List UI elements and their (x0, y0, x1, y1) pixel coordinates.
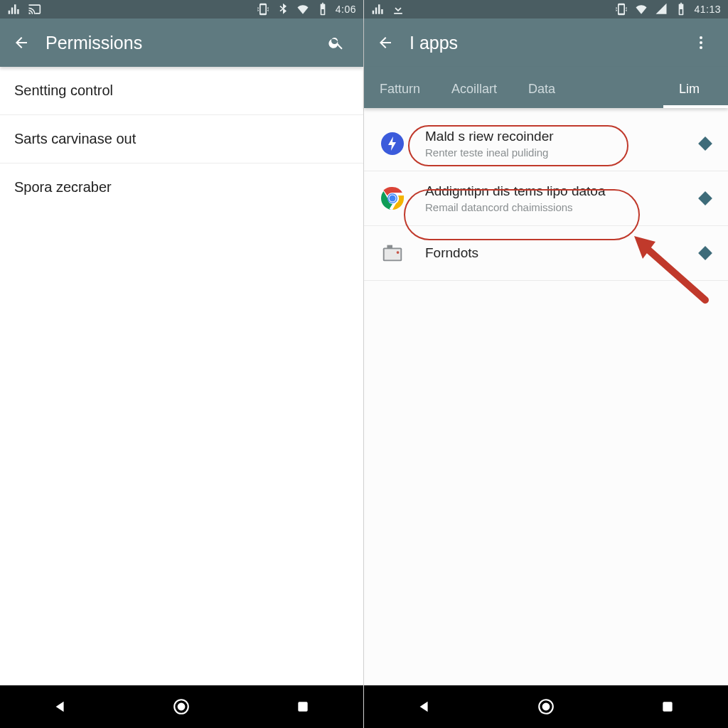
list-item-label: Spora zecraber (14, 179, 112, 195)
battery-icon (316, 2, 330, 16)
tab-bar: Fatturn Acoillart Data Lim (364, 67, 728, 108)
signal-2-icon (654, 2, 668, 16)
svg-point-16 (543, 704, 550, 710)
permission-list: Sentting control Sarts carvinase out Spo… (0, 67, 363, 211)
app-title: Forndots (425, 245, 695, 261)
app-list: Mald s riew recoinder Renter teste ineal… (364, 108, 728, 281)
status-time: 4:06 (336, 4, 356, 15)
svg-point-4 (700, 41, 702, 44)
svg-rect-17 (663, 702, 672, 711)
list-item-label: Sarts carvinase out (14, 131, 136, 146)
list-item[interactable]: Spora zecraber (0, 164, 363, 211)
page-title: I apps (410, 33, 684, 53)
vibrate-icon (614, 2, 628, 16)
app-title: Mald s riew recoinder (425, 129, 695, 144)
nav-back-button[interactable] (390, 690, 459, 724)
tab-label: Fatturn (380, 82, 420, 96)
svg-point-1 (178, 704, 185, 710)
app-row[interactable]: Forndots (364, 226, 728, 281)
app-row[interactable]: Mald s riew recoinder Renter teste ineal… (364, 117, 728, 171)
chrome-icon (377, 183, 408, 214)
battery-icon (674, 2, 688, 16)
row-indicator-icon (695, 248, 715, 258)
app-bar: Permissions (0, 18, 363, 67)
svg-point-5 (700, 46, 702, 49)
nav-recent-button[interactable] (269, 690, 337, 724)
vibrate-icon (256, 2, 270, 16)
tab-data[interactable]: Data (513, 82, 571, 108)
back-button[interactable] (368, 26, 402, 60)
svg-rect-13 (387, 245, 392, 249)
tab-label: Acoillart (451, 82, 497, 96)
list-item-label: Sentting control (14, 82, 113, 98)
app-subtitle: Renter teste ineal puliding (425, 146, 695, 159)
nav-home-button[interactable] (512, 690, 580, 724)
wifi-icon (634, 2, 648, 16)
status-bar: 4:06 (0, 0, 363, 18)
svg-rect-12 (385, 249, 401, 259)
status-bar: 41:13 (364, 0, 728, 18)
list-item[interactable]: Sentting control (0, 67, 363, 115)
tab-label: Data (528, 82, 555, 96)
phone-right: 41:13 I apps Fatturn Acoillart Data Lim (364, 0, 728, 728)
app-row[interactable]: Addigntipn dis tems lipo datoa Remail da… (364, 171, 728, 226)
svg-point-10 (390, 196, 396, 202)
signal-icon (371, 2, 385, 16)
back-button[interactable] (4, 26, 38, 60)
download-icon (391, 2, 405, 16)
app-subtitle: Remail datancord chaimissions (425, 201, 695, 213)
search-button[interactable] (319, 26, 353, 60)
phone-left: 4:06 Permissions Sentting control Sarts … (0, 0, 364, 728)
signal-icon (7, 2, 21, 16)
wifi-icon (296, 2, 310, 16)
tab-fatturn[interactable]: Fatturn (364, 82, 436, 108)
bluetooth-icon (276, 2, 290, 16)
page-title: Permissions (46, 33, 319, 53)
nav-bar (364, 685, 728, 728)
tab-lim[interactable]: Lim (663, 82, 728, 108)
nav-bar (0, 685, 363, 728)
row-indicator-icon (695, 139, 715, 149)
nav-home-button[interactable] (147, 690, 215, 724)
overflow-menu-button[interactable] (684, 26, 718, 60)
row-indicator-icon (695, 193, 715, 203)
bolt-icon (377, 128, 408, 159)
status-time: 41:13 (694, 4, 721, 15)
app-title: Addigntipn dis tems lipo datoa (425, 183, 695, 199)
list-item[interactable]: Sarts carvinase out (0, 115, 363, 164)
camera-icon (377, 237, 408, 269)
svg-point-14 (397, 251, 400, 254)
svg-point-3 (700, 36, 702, 39)
tab-acoillart[interactable]: Acoillart (436, 82, 513, 108)
svg-rect-2 (298, 702, 307, 711)
tab-label: Lim (679, 82, 700, 96)
cast-icon (27, 2, 41, 16)
content-area: Sentting control Sarts carvinase out Spo… (0, 67, 363, 685)
app-bar: I apps (364, 18, 728, 67)
content-area: Mald s riew recoinder Renter teste ineal… (364, 108, 728, 685)
nav-back-button[interactable] (26, 690, 95, 724)
nav-recent-button[interactable] (633, 690, 702, 724)
